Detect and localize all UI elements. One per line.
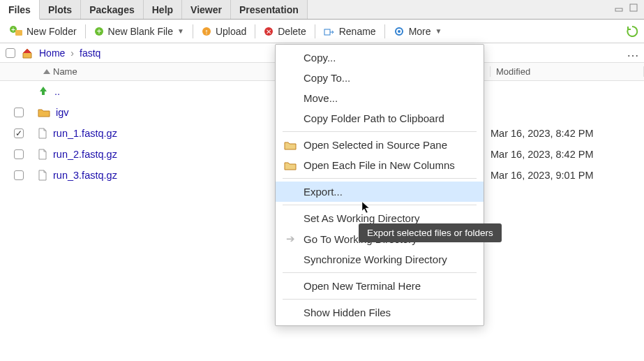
row-checkbox[interactable] — [14, 170, 24, 180]
overflow-icon[interactable]: … — [627, 45, 640, 60]
menu-separator — [283, 272, 477, 273]
divider — [193, 24, 193, 38]
gear-icon — [394, 26, 405, 37]
folder-open-icon — [284, 140, 297, 150]
menu-separator — [283, 205, 477, 205]
file-name[interactable]: .. — [54, 86, 60, 97]
svg-point-13 — [398, 30, 400, 33]
rename-button[interactable]: Rename — [318, 24, 382, 39]
delete-icon: ✕ — [264, 27, 274, 36]
tab-files[interactable]: Files — [0, 0, 40, 20]
row-checkbox[interactable] — [14, 149, 24, 159]
new-folder-icon: + — [10, 26, 22, 37]
menu-label: Copy To... — [304, 72, 350, 84]
tab-viewer[interactable]: Viewer — [182, 0, 231, 19]
svg-rect-0 — [615, 8, 622, 11]
svg-rect-1 — [630, 4, 637, 11]
menu-label: Open Each File in New Columns — [304, 159, 455, 171]
menu-label: Synchronize Working Directory — [304, 253, 447, 265]
menu-copy-folder-path[interactable]: Copy Folder Path to Clipboard — [276, 108, 484, 128]
menu-label: Move... — [304, 92, 338, 104]
window-controls — [615, 3, 638, 13]
file-name[interactable]: run_2.fastq.gz — [53, 149, 117, 160]
rename-icon — [324, 27, 335, 36]
menu-label: Show Hidden Files — [304, 307, 391, 318]
file-name[interactable]: run_1.fastq.gz — [53, 128, 117, 139]
divider — [85, 24, 86, 38]
home-icon[interactable] — [21, 47, 33, 59]
refresh-icon[interactable] — [626, 25, 638, 38]
maximize-icon[interactable] — [629, 3, 638, 13]
plus-icon: + — [94, 27, 104, 36]
tab-presentation[interactable]: Presentation — [231, 0, 308, 19]
menu-open-in-source[interactable]: Open Selected in Source Pane — [276, 135, 484, 155]
tab-packages[interactable]: Packages — [81, 0, 144, 19]
menu-copy[interactable]: Copy... — [276, 47, 484, 68]
delete-button[interactable]: ✕ Delete — [258, 24, 311, 39]
new-blank-file-label: New Blank File — [108, 26, 173, 37]
rename-label: Rename — [339, 26, 376, 37]
svg-rect-4 — [15, 30, 22, 36]
svg-rect-11 — [324, 29, 330, 35]
file-name[interactable]: igv — [56, 107, 69, 118]
menu-copy-to[interactable]: Copy To... — [276, 68, 484, 88]
new-folder-button[interactable]: + New Folder — [4, 24, 82, 39]
file-icon — [38, 149, 47, 160]
upload-icon: ↑ — [202, 27, 211, 36]
column-modified[interactable]: Modified — [491, 66, 644, 77]
tooltip: Export selected files or folders — [359, 223, 502, 242]
more-button[interactable]: More ▼ — [388, 24, 448, 39]
menu-separator — [283, 178, 477, 179]
svg-text:+: + — [11, 26, 15, 34]
upload-label: Upload — [216, 26, 246, 37]
chevron-right-icon: › — [70, 47, 74, 59]
svg-text:↑: ↑ — [204, 27, 209, 36]
cursor-icon — [361, 201, 371, 216]
menu-open-terminal[interactable]: Open New Terminal Here — [276, 276, 484, 296]
divider — [384, 24, 385, 38]
menu-label: Copy Folder Path to Clipboard — [304, 112, 444, 124]
file-modified: Mar 16, 2023, 9:01 PM — [491, 170, 644, 181]
upload-button[interactable]: ↑ Upload — [196, 24, 252, 39]
app-tabs: Files Plots Packages Help Viewer Present… — [0, 0, 644, 20]
arrow-right-icon: ➔ — [284, 233, 297, 245]
menu-separator — [283, 131, 477, 132]
new-folder-label: New Folder — [27, 26, 77, 37]
tab-plots[interactable]: Plots — [40, 0, 81, 19]
column-name-label: Name — [53, 66, 77, 77]
breadcrumb-item[interactable]: fastq — [80, 47, 100, 59]
tab-help[interactable]: Help — [144, 0, 182, 19]
menu-label: Copy... — [304, 52, 336, 64]
svg-text:+: + — [96, 27, 101, 36]
menu-label: Open Selected in Source Pane — [304, 139, 447, 151]
menu-separator — [283, 299, 477, 300]
menu-export[interactable]: Export... — [276, 182, 484, 202]
file-modified: Mar 16, 2023, 8:42 PM — [491, 149, 644, 160]
file-modified: Mar 16, 2023, 8:42 PM — [491, 128, 644, 139]
select-all-checkbox[interactable] — [6, 48, 15, 58]
more-label: More — [409, 26, 431, 37]
menu-open-new-columns[interactable]: Open Each File in New Columns — [276, 155, 484, 175]
chevron-down-icon: ▼ — [177, 27, 184, 35]
folder-icon — [38, 108, 50, 117]
menu-label: Export... — [304, 186, 343, 198]
row-checkbox[interactable] — [14, 128, 24, 138]
file-name[interactable]: run_3.fastq.gz — [53, 170, 117, 181]
delete-label: Delete — [278, 26, 306, 37]
svg-text:✕: ✕ — [266, 28, 271, 36]
toolbar: + New Folder + New Blank File ▼ ↑ Upload… — [0, 20, 644, 43]
new-blank-file-button[interactable]: + New Blank File ▼ — [89, 24, 190, 39]
folder-open-icon — [284, 161, 297, 170]
row-checkbox[interactable] — [14, 108, 24, 117]
menu-label: Open New Terminal Here — [304, 280, 421, 292]
menu-sync-working-dir[interactable]: Synchronize Working Directory — [276, 249, 484, 270]
more-context-menu: Copy... Copy To... Move... Copy Folder P… — [275, 44, 484, 326]
minimize-icon[interactable] — [615, 3, 624, 13]
menu-move[interactable]: Move... — [276, 88, 484, 108]
file-icon — [38, 128, 47, 139]
chevron-down-icon: ▼ — [435, 27, 442, 35]
menu-show-hidden[interactable]: Show Hidden Files — [276, 302, 484, 323]
breadcrumb-home[interactable]: Home — [39, 47, 65, 59]
divider — [255, 24, 255, 38]
file-icon — [38, 170, 47, 181]
